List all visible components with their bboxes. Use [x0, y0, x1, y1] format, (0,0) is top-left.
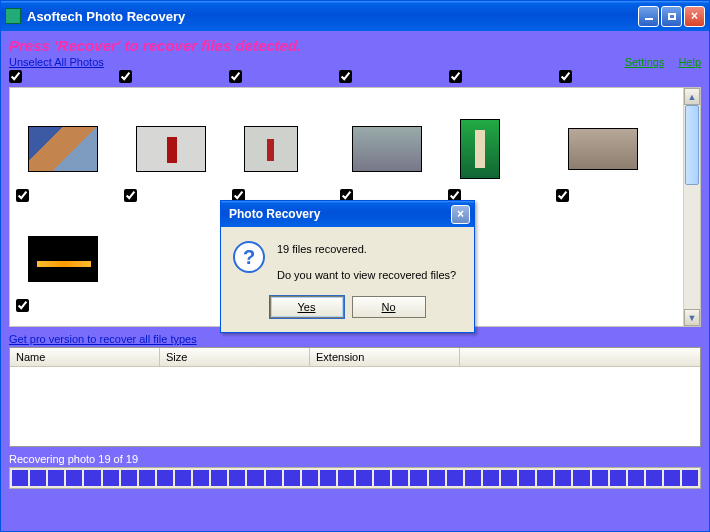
pro-version-link[interactable]: Get pro version to recover all file type…: [9, 333, 197, 345]
file-table: Name Size Extension: [9, 347, 701, 447]
minimize-button[interactable]: [638, 6, 659, 27]
column-checkbox[interactable]: [559, 70, 572, 83]
scroll-down-button[interactable]: ▼: [684, 309, 700, 326]
progress-bar: [9, 467, 701, 489]
progress-segment: [211, 470, 227, 486]
progress-segment: [392, 470, 408, 486]
help-link[interactable]: Help: [678, 56, 701, 68]
dialog-buttons: Yes No: [221, 296, 474, 332]
thumbnail-item[interactable]: [16, 204, 124, 314]
link-row: Unselect All Photos Settings Help: [9, 56, 701, 70]
unselect-all-link[interactable]: Unselect All Photos: [9, 56, 104, 68]
thumbnail-item[interactable]: [556, 94, 664, 204]
scroll-track[interactable]: [684, 105, 700, 309]
dialog-line2: Do you want to view recovered files?: [277, 267, 456, 285]
column-header-extension[interactable]: Extension: [310, 348, 460, 366]
photo-thumbnail: [352, 126, 422, 172]
progress-segment: [284, 470, 300, 486]
app-icon: [5, 8, 21, 24]
progress-segment: [356, 470, 372, 486]
photo-thumbnail: [244, 126, 298, 172]
dialog-line1: 19 files recovered.: [277, 241, 456, 259]
dialog-close-button[interactable]: ×: [451, 205, 470, 224]
progress-segment: [121, 470, 137, 486]
progress-segment: [193, 470, 209, 486]
window-buttons: ×: [638, 6, 705, 27]
progress-segment: [266, 470, 282, 486]
dialog-text: 19 files recovered. Do you want to view …: [277, 241, 456, 284]
progress-segment: [139, 470, 155, 486]
progress-segment: [628, 470, 644, 486]
thumbnail-item[interactable]: [124, 94, 232, 204]
progress-segment: [374, 470, 390, 486]
progress-segment: [465, 470, 481, 486]
thumbnail-item[interactable]: [16, 94, 124, 204]
progress-segment: [84, 470, 100, 486]
photo-thumbnail: [568, 128, 638, 170]
yes-button[interactable]: Yes: [270, 296, 344, 318]
photo-thumbnail: [28, 126, 98, 172]
thumbnail-checkbox[interactable]: [556, 189, 569, 202]
thumbnail-checkbox[interactable]: [16, 299, 29, 312]
no-button[interactable]: No: [352, 296, 426, 318]
progress-segment: [537, 470, 553, 486]
progress-segment: [30, 470, 46, 486]
progress-segment: [12, 470, 28, 486]
progress-segment: [646, 470, 662, 486]
progress-segment: [410, 470, 426, 486]
titlebar[interactable]: Asoftech Photo Recovery ×: [1, 1, 709, 31]
scroll-up-button[interactable]: ▲: [684, 88, 700, 105]
column-header-blank: [460, 348, 700, 366]
dialog-titlebar[interactable]: Photo Recovery ×: [221, 201, 474, 227]
progress-segment: [610, 470, 626, 486]
progress-segment: [157, 470, 173, 486]
column-checkbox[interactable]: [9, 70, 22, 83]
progress-segment: [247, 470, 263, 486]
progress-segment: [320, 470, 336, 486]
instruction-text: Press 'Recover' to recover files detecte…: [9, 35, 701, 56]
progress-segment: [664, 470, 680, 486]
settings-link[interactable]: Settings: [625, 56, 665, 68]
thumbnail-checkbox[interactable]: [124, 189, 137, 202]
top-checkbox-row: [9, 70, 701, 87]
recovery-dialog: Photo Recovery × ? 19 files recovered. D…: [220, 200, 475, 333]
table-header: Name Size Extension: [10, 348, 700, 367]
progress-segment: [66, 470, 82, 486]
column-header-name[interactable]: Name: [10, 348, 160, 366]
thumbnail-checkbox[interactable]: [16, 189, 29, 202]
progress-segment: [555, 470, 571, 486]
status-text: Recovering photo 19 of 19: [9, 447, 701, 467]
column-header-size[interactable]: Size: [160, 348, 310, 366]
thumbnail-item[interactable]: [340, 94, 448, 204]
progress-segment: [338, 470, 354, 486]
photo-thumbnail: [460, 119, 500, 179]
progress-segment: [519, 470, 535, 486]
thumbnail-item[interactable]: [232, 94, 340, 204]
column-checkbox[interactable]: [229, 70, 242, 83]
vertical-scrollbar[interactable]: ▲ ▼: [683, 88, 700, 326]
progress-segment: [447, 470, 463, 486]
progress-segment: [592, 470, 608, 486]
scroll-thumb[interactable]: [685, 105, 699, 185]
progress-segment: [302, 470, 318, 486]
progress-segment: [229, 470, 245, 486]
progress-segment: [429, 470, 445, 486]
progress-segment: [483, 470, 499, 486]
close-button[interactable]: ×: [684, 6, 705, 27]
dialog-title: Photo Recovery: [225, 207, 451, 221]
window-title: Asoftech Photo Recovery: [27, 9, 638, 24]
column-checkbox[interactable]: [119, 70, 132, 83]
question-icon: ?: [233, 241, 265, 273]
dialog-body: ? 19 files recovered. Do you want to vie…: [221, 227, 474, 296]
thumbnail-item[interactable]: [448, 94, 556, 204]
progress-segment: [103, 470, 119, 486]
progress-segment: [48, 470, 64, 486]
column-checkbox[interactable]: [449, 70, 462, 83]
progress-segment: [175, 470, 191, 486]
progress-segment: [501, 470, 517, 486]
progress-segment: [573, 470, 589, 486]
column-checkbox[interactable]: [339, 70, 352, 83]
progress-segment: [682, 470, 698, 486]
maximize-button[interactable]: [661, 6, 682, 27]
photo-thumbnail: [136, 126, 206, 172]
